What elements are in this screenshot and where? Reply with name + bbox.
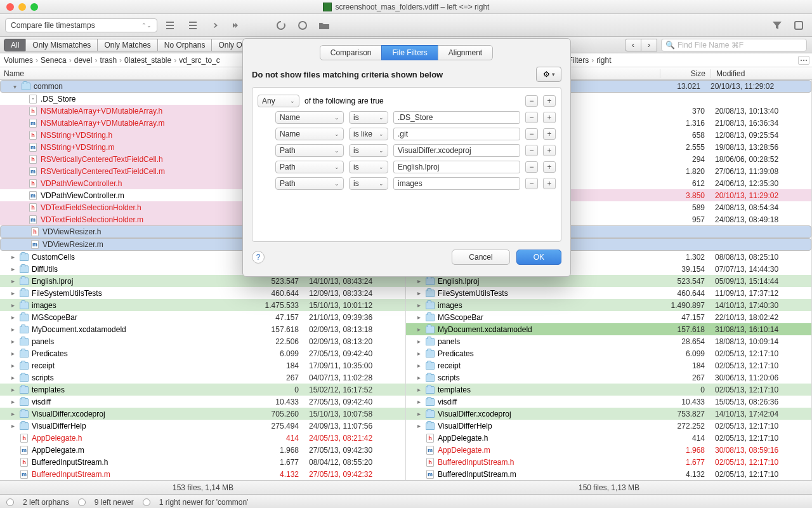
rule-field-select[interactable]: Path⌄	[275, 144, 344, 157]
list-item[interactable]: ▸scripts26704/07/13, 11:02:28	[0, 371, 405, 384]
list-item[interactable]: ▸images1.475.53315/10/13, 10:01:12	[0, 299, 405, 311]
list-item[interactable]: ▸panels28.65418/08/13, 10:09:14	[406, 335, 811, 347]
breadcrumb-item[interactable]: Seneca	[41, 56, 67, 65]
disclosure-icon[interactable]: ▸	[11, 374, 19, 381]
add-rule-button[interactable]: +	[543, 161, 556, 173]
globe-icon[interactable]	[294, 17, 311, 34]
list-item[interactable]: hAppDelegate.h41424/05/13, 08:21:42	[0, 432, 405, 444]
breadcrumb-item[interactable]: right	[596, 56, 611, 65]
disclosure-icon[interactable]: ▸	[417, 386, 425, 393]
disclosure-icon[interactable]: ▸	[11, 398, 19, 405]
gear-menu-button[interactable]: ⚙ ▾	[536, 67, 561, 82]
scope-tab[interactable]: Only Mismatches	[25, 39, 98, 51]
disclosure-icon[interactable]: ▸	[417, 314, 425, 321]
list-item[interactable]: ▸VisualDiffer.xcodeproj705.26015/10/13, …	[0, 408, 405, 420]
rule-op-select[interactable]: is⌄	[349, 177, 388, 190]
list-item[interactable]: ▸MGScopeBar47.15722/10/13, 18:02:42	[406, 311, 811, 323]
disclosure-icon[interactable]: ▸	[11, 410, 19, 417]
scope-tab[interactable]: All	[4, 39, 26, 51]
filter-icon[interactable]	[769, 17, 785, 34]
rule-op-select[interactable]: is⌄	[349, 161, 388, 173]
cancel-button[interactable]: Cancel	[452, 250, 509, 265]
remove-rule-button[interactable]: −	[525, 95, 538, 107]
status-radio[interactable]	[6, 498, 14, 506]
list-item[interactable]: mAppDelegate.m1.96827/05/13, 09:42:30	[0, 444, 405, 456]
list-item[interactable]: ▸panels22.50602/09/13, 08:13:20	[0, 335, 405, 347]
list-item[interactable]: ▸scripts26730/06/13, 11:20:06	[406, 371, 811, 384]
copy-right-icon[interactable]	[206, 17, 222, 34]
list-item[interactable]: ▸Predicates6.09902/05/13, 12:17:10	[406, 347, 811, 359]
dialog-tab[interactable]: File Filters	[381, 45, 438, 60]
folder-icon[interactable]	[316, 17, 332, 34]
rule-value-input[interactable]: .git	[393, 128, 520, 140]
breadcrumb-item[interactable]: 0latest_stable	[124, 56, 171, 65]
list-item[interactable]: ▸VisualDifferHelp272.25202/05/13, 12:17:…	[406, 420, 811, 432]
list-item[interactable]: mBufferedInputStream.m4.13227/05/13, 09:…	[0, 468, 405, 480]
add-rule-button[interactable]: +	[543, 128, 556, 140]
nav-prev-button[interactable]: ‹	[625, 39, 641, 51]
rule-value-input[interactable]: .DS_Store	[393, 111, 520, 124]
status-radio[interactable]	[78, 498, 86, 506]
rule-field-select[interactable]: Name⌄	[275, 128, 344, 140]
disclosure-icon[interactable]: ▸	[417, 374, 425, 381]
col-size[interactable]: Size	[660, 69, 710, 78]
disclosure-icon[interactable]: ▸	[11, 314, 19, 321]
add-rule-button[interactable]: +	[543, 145, 556, 156]
remove-rule-button[interactable]: −	[525, 178, 538, 189]
disclosure-icon[interactable]: ▸	[11, 302, 19, 309]
list-item[interactable]: ▸FileSystemUtilsTests460.64412/09/13, 08…	[0, 287, 405, 299]
col-name[interactable]: Name	[0, 69, 254, 78]
disclosure-icon[interactable]: ▸	[11, 422, 19, 429]
disclosure-icon[interactable]: ▸	[417, 422, 425, 429]
rule-op-select[interactable]: is like⌄	[349, 128, 388, 140]
col-modified[interactable]: Modified	[710, 69, 812, 78]
add-rule-button[interactable]: +	[543, 95, 556, 107]
disclosure-icon[interactable]: ▸	[417, 362, 425, 369]
list-item[interactable]: ▸receipt18417/09/11, 10:35:00	[0, 359, 405, 371]
rule-op-select[interactable]: is⌄	[349, 111, 388, 124]
indent-left-icon[interactable]	[162, 17, 179, 34]
disclosure-icon[interactable]: ▾	[13, 83, 21, 90]
list-item[interactable]: ▸receipt18402/05/13, 12:17:10	[406, 359, 811, 371]
breadcrumb-item[interactable]: devel	[74, 56, 93, 65]
list-item[interactable]: ▸templates015/02/12, 16:17:52	[0, 384, 405, 396]
rule-value-input[interactable]: images	[393, 177, 520, 190]
disclosure-icon[interactable]: ▸	[417, 326, 425, 333]
rule-field-select[interactable]: Path⌄	[275, 161, 344, 173]
list-item[interactable]: hBufferedInputStream.h1.67708/04/12, 08:…	[0, 456, 405, 468]
add-rule-button[interactable]: +	[543, 178, 556, 189]
breadcrumb-item[interactable]: Filters	[568, 56, 589, 65]
list-item[interactable]: mAppDelegate.m1.96830/08/13, 08:59:16	[406, 444, 811, 456]
disclosure-icon[interactable]: ▸	[11, 350, 19, 357]
disclosure-icon[interactable]: ▸	[417, 398, 425, 405]
disclosure-icon[interactable]: ▸	[11, 338, 19, 345]
list-item[interactable]: ▸FileSystemUtilsTests460.64411/09/13, 17…	[406, 287, 811, 299]
disclosure-icon[interactable]: ▸	[417, 338, 425, 345]
disclosure-icon[interactable]: ▸	[417, 277, 425, 284]
scope-tab[interactable]: No Orphans	[157, 39, 213, 51]
disclosure-icon[interactable]: ▸	[11, 362, 19, 369]
add-rule-button[interactable]: +	[543, 112, 556, 123]
list-item[interactable]: ▸templates002/05/13, 12:17:10	[406, 384, 811, 396]
breadcrumb-item[interactable]: vd_src_to_c	[179, 56, 220, 65]
remove-rule-button[interactable]: −	[525, 128, 538, 140]
search-input[interactable]: 🔍 Find File Name ⌘F	[661, 39, 807, 51]
rule-value-input[interactable]: VisualDiffer.xcodeproj	[393, 144, 520, 157]
disclosure-icon[interactable]: ▸	[11, 386, 19, 393]
dialog-tab[interactable]: Alignment	[438, 45, 493, 60]
breadcrumb-overflow-icon[interactable]: ⋯	[798, 56, 809, 65]
disclosure-icon[interactable]: ▸	[11, 253, 19, 260]
ok-button[interactable]: OK	[516, 250, 561, 265]
list-item[interactable]: ▸MyDocument.xcdatamodeld157.61831/08/13,…	[406, 323, 811, 335]
list-item[interactable]: hBufferedInputStream.h1.67702/05/13, 12:…	[406, 456, 811, 468]
disclosure-icon[interactable]: ▸	[417, 410, 425, 417]
disclosure-icon[interactable]: ▸	[417, 302, 425, 309]
list-item[interactable]: ▸visdiff10.43327/05/13, 09:42:40	[0, 396, 405, 408]
remove-rule-button[interactable]: −	[525, 161, 538, 173]
dialog-tab[interactable]: Comparison	[320, 45, 383, 60]
list-item[interactable]: ▸visdiff10.43315/05/13, 08:26:36	[406, 396, 811, 408]
refresh-icon[interactable]	[273, 17, 289, 34]
match-mode-select[interactable]: Any⌄	[258, 95, 299, 107]
disclosure-icon[interactable]: ▸	[417, 290, 425, 297]
rule-op-select[interactable]: is⌄	[349, 144, 388, 157]
